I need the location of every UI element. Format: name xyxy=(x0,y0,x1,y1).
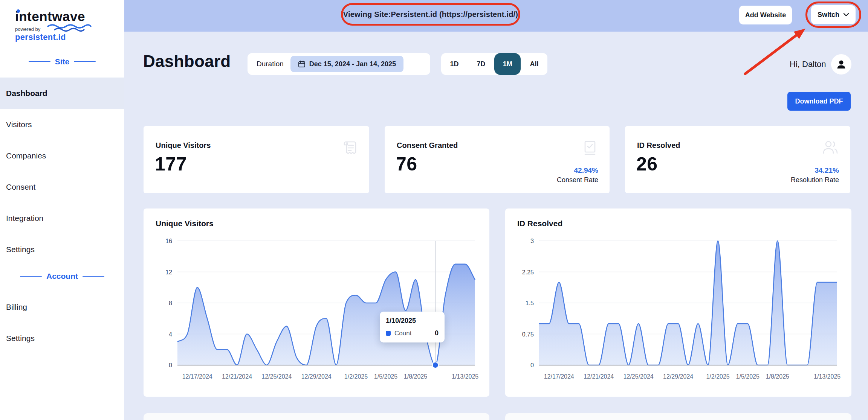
sidebar-section-site: Site xyxy=(0,57,124,66)
svg-text:12/25/2024: 12/25/2024 xyxy=(261,373,292,380)
consent-rate-label: Consent Rate xyxy=(557,176,598,184)
account-header-label: Account xyxy=(46,272,78,281)
download-pdf-button[interactable]: Download PDF xyxy=(787,92,851,111)
sidebar-item-integration[interactable]: Integration xyxy=(0,202,124,234)
svg-text:16: 16 xyxy=(165,238,172,244)
svg-text:0: 0 xyxy=(530,362,534,368)
chart-card-unique-visitors: Unique Visitors 048121612/17/202412/21/2… xyxy=(144,208,489,397)
stat-title: ID Resolved xyxy=(637,141,680,150)
receipt-icon xyxy=(341,139,359,157)
stat-card-id-resolved: ID Resolved 26 34.21% Resolution Rate xyxy=(625,126,850,193)
chart-title: Unique Visitors xyxy=(156,219,214,228)
add-website-button[interactable]: Add Website xyxy=(739,6,792,24)
person-icon xyxy=(836,59,847,70)
switch-annotation: Switch xyxy=(805,2,861,28)
range-tab-all[interactable]: All xyxy=(521,53,547,75)
duration-label: Duration xyxy=(257,60,284,68)
svg-text:1/13/2025: 1/13/2025 xyxy=(814,373,840,380)
switch-button[interactable]: Switch xyxy=(811,5,856,24)
stat-card-consent-granted: Consent Granted 76 42.94% Consent Rate xyxy=(385,126,610,193)
sidebar-item-account-settings[interactable]: Settings xyxy=(0,323,124,354)
stat-value: 26 xyxy=(636,153,658,175)
svg-text:12/29/2024: 12/29/2024 xyxy=(663,373,693,380)
svg-text:1/5/2025: 1/5/2025 xyxy=(374,373,397,380)
wave-icon xyxy=(46,23,92,32)
stat-title: Unique Visitors xyxy=(156,141,211,150)
duration-control: Duration Dec 15, 2024 - Jan 14, 2025 xyxy=(248,53,430,75)
date-range-value: Dec 15, 2024 - Jan 14, 2025 xyxy=(309,60,396,68)
sidebar-item-label: Companies xyxy=(6,151,46,160)
resolution-rate-value: 34.21% xyxy=(791,166,839,175)
sidebar-item-visitors[interactable]: Visitors xyxy=(0,109,124,140)
range-tab-1m[interactable]: 1M xyxy=(494,53,521,75)
stat-rate-block: 42.94% Consent Rate xyxy=(557,166,598,184)
sidebar-item-billing[interactable]: Billing xyxy=(0,291,124,323)
stat-value: 76 xyxy=(396,153,417,175)
stat-card-unique-visitors: Unique Visitors 177 xyxy=(144,126,369,193)
tooltip-value: 0 xyxy=(435,329,439,337)
sidebar-item-label: Dashboard xyxy=(6,89,47,98)
svg-text:12/21/2024: 12/21/2024 xyxy=(222,373,252,380)
unique-visitors-chart[interactable]: 048121612/17/202412/21/202412/25/202412/… xyxy=(144,208,489,397)
date-range-picker[interactable]: Dec 15, 2024 - Jan 14, 2025 xyxy=(290,56,403,72)
checkbox-icon xyxy=(581,139,599,157)
sidebar-item-label: Settings xyxy=(6,245,35,254)
sidebar: intentwave powered by persistent.id Site… xyxy=(0,0,124,420)
svg-text:12/25/2024: 12/25/2024 xyxy=(623,373,654,380)
switch-button-label: Switch xyxy=(818,11,839,19)
divider xyxy=(74,61,96,62)
svg-text:4: 4 xyxy=(169,331,172,338)
svg-text:12/17/2024: 12/17/2024 xyxy=(182,373,212,380)
partial-card-left xyxy=(144,413,489,420)
logo-wordmark: intentwave xyxy=(15,9,85,24)
sidebar-item-dashboard[interactable]: Dashboard xyxy=(0,78,124,109)
sidebar-item-label: Consent xyxy=(6,183,35,192)
logo: intentwave powered by persistent.id xyxy=(15,9,85,42)
svg-text:0: 0 xyxy=(169,362,172,368)
consent-rate-value: 42.94% xyxy=(557,166,598,175)
divider xyxy=(29,61,50,62)
page-title: Dashboard xyxy=(143,52,231,71)
svg-text:1/5/2025: 1/5/2025 xyxy=(736,373,760,380)
brand-name: persistent.id xyxy=(15,32,85,42)
stat-title: Consent Granted xyxy=(397,141,458,150)
sidebar-item-consent[interactable]: Consent xyxy=(0,171,124,202)
logo-dot xyxy=(17,9,20,13)
resolution-rate-label: Resolution Rate xyxy=(791,176,839,184)
svg-text:12: 12 xyxy=(165,269,172,275)
sidebar-item-companies[interactable]: Companies xyxy=(0,140,124,171)
range-tab-7d[interactable]: 7D xyxy=(468,53,494,75)
chart-title: ID Resolved xyxy=(517,219,562,228)
chevron-down-icon xyxy=(843,13,849,17)
logo-text: intentwave xyxy=(15,9,85,24)
sidebar-item-label: Settings xyxy=(6,334,35,343)
svg-text:12/17/2024: 12/17/2024 xyxy=(544,373,574,380)
svg-text:8: 8 xyxy=(169,300,172,306)
stat-value: 177 xyxy=(155,153,187,175)
site-header-label: Site xyxy=(55,57,70,66)
chart-tooltip: 1/10/2025 Count 0 xyxy=(380,312,445,342)
tooltip-series-label: Count xyxy=(394,330,411,337)
range-tab-1d[interactable]: 1D xyxy=(441,53,468,75)
svg-text:0.75: 0.75 xyxy=(522,331,534,338)
svg-text:1/13/2025: 1/13/2025 xyxy=(452,373,478,380)
chart-card-id-resolved: ID Resolved 00.751.52.25312/17/202412/21… xyxy=(505,208,851,397)
svg-text:2.25: 2.25 xyxy=(522,269,534,275)
stat-rate-block: 34.21% Resolution Rate xyxy=(791,166,839,184)
people-icon xyxy=(821,139,840,157)
divider xyxy=(83,276,104,277)
svg-text:1.5: 1.5 xyxy=(526,300,534,306)
sidebar-item-label: Integration xyxy=(6,214,43,223)
series-swatch xyxy=(386,331,391,336)
partial-card-right xyxy=(505,413,851,420)
svg-text:12/21/2024: 12/21/2024 xyxy=(584,373,614,380)
sidebar-section-account: Account xyxy=(0,272,124,281)
user-avatar[interactable] xyxy=(831,54,851,75)
sidebar-item-settings[interactable]: Settings xyxy=(0,234,124,265)
user-greeting: Hi, Dalton xyxy=(790,59,826,69)
id-resolved-chart[interactable]: 00.751.52.25312/17/202412/21/202412/25/2… xyxy=(505,208,851,397)
viewing-site-label: Viewing Site:Persistent.id (https://pers… xyxy=(343,10,518,19)
svg-text:1/8/2025: 1/8/2025 xyxy=(404,373,427,380)
range-toggle: 1D 7D 1M All xyxy=(441,53,547,75)
svg-text:12/29/2024: 12/29/2024 xyxy=(301,373,332,380)
